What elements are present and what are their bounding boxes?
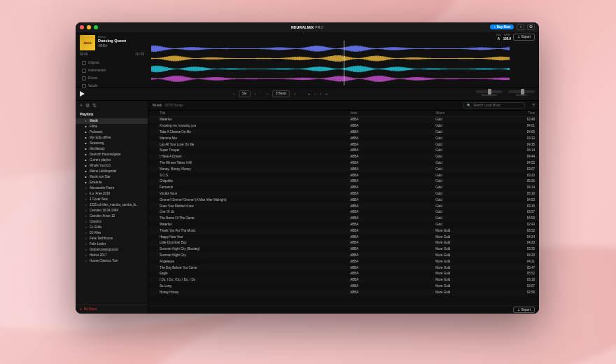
sidebar-item[interactable]: ■Filme [76,124,148,130]
sidebar-item[interactable]: ■Einkäufe [76,180,148,186]
table-row[interactable]: Happy New YearABBAMore Gold04:24 [148,234,539,240]
table-row[interactable]: ChiquititaABBAGold05:26 [148,178,539,185]
waveform-vocals[interactable] [151,75,511,83]
nav-next-bar[interactable]: ›› [326,92,328,96]
list-view-icon[interactable]: ☰ [532,103,535,107]
waveform-instrumental[interactable] [151,55,511,62]
table-row[interactable]: Money, Money, MoneyABBAGold03:07 [148,166,539,172]
col-time[interactable]: Time [512,111,535,115]
table-row[interactable]: WaterlooABBAGold02:43 [148,221,539,227]
sidebar-item[interactable]: ♪1525 cd titles_mambo_samba_la... [76,202,148,208]
sidebar-item[interactable]: ■Podcasts [76,130,148,135]
buy-now-button[interactable]: ♪ Buy Now [490,24,514,30]
sidebar-item[interactable]: ■Streaming [76,141,148,146]
sidebar-item[interactable]: ♪1 Cover Sets [76,197,148,202]
close-window-icon[interactable] [80,25,84,29]
sidebar-item[interactable]: ■Meine Lieblingstitel [76,169,148,174]
sidebar-item[interactable]: ♪Felix Lieder [76,241,148,247]
breadcrumb[interactable]: Musik [153,103,162,107]
playlist-icon: ■ [84,158,88,162]
settings-button[interactable]: ⦿ [527,24,535,30]
stem-instrumental[interactable]: Instrumental [80,67,144,75]
search-input[interactable]: 🔍 [463,102,525,109]
table-row[interactable]: FernandoABBAGold04:14 [148,185,539,191]
table-row[interactable]: I Do, I Do, I Do, I Do, I DoABBAMore Gol… [148,277,539,284]
table-row[interactable]: Little Drummer BoyABBAMore Gold04:23 [148,240,539,246]
sidebar-item[interactable]: ■My radio offline [76,135,148,141]
sidebar-item[interactable]: ■Ms.Melody [76,146,148,152]
table-row[interactable]: One Of UsABBAGold03:57 [148,209,539,216]
table-row[interactable]: I Have A DreamABBAGold04:44 [148,154,539,160]
sidebar-item[interactable]: ♪Alessandre Favre [76,186,148,191]
playlist-icon: ♪ [84,119,88,122]
sidebar-item[interactable]: ■Current playlist [76,158,148,163]
time-remaining: -01:02 [135,52,144,57]
col-artist[interactable]: Artist [350,111,435,115]
sidebar-item[interactable]: ♪Camden Xmas 12 [76,214,148,219]
fullscreen-window-icon[interactable] [94,25,98,29]
table-row[interactable]: Thank You For The MusicABBAMore Gold03:5… [148,227,539,234]
table-row[interactable]: AngeleyesABBAMore Gold04:21 [148,258,539,265]
sidebar-item[interactable]: ■Musik von Star [76,174,148,180]
playlist-sort-icon[interactable]: ⇅ [92,103,97,109]
nav-prev-bar[interactable]: ‹‹ [308,92,310,96]
table-row[interactable]: Mamma MiaABBAGold03:33 [148,135,539,141]
sidebar-item[interactable]: ■Deutsch Hausaufgabe [76,152,148,158]
playlist-icon: ♪ [84,248,88,251]
sidebar-item[interactable]: ♪House Classics Tom [76,258,148,264]
table-row[interactable]: Knowing me, knowing youABBAGold04:01 [148,123,539,130]
stem-vocals[interactable]: Vocals [80,83,144,90]
table-row[interactable]: EagleABBAMore Gold05:52 [148,271,539,277]
table-row[interactable]: S.O.S.ABBAGold03:23 [148,172,539,178]
set-label[interactable]: Set [239,90,251,97]
sidebar-my-music[interactable]: ● My Music [76,304,148,314]
table-row[interactable]: Summer Night City (Bootleg)ABBAMore Gold… [148,246,539,253]
sidebar-item[interactable]: ♪Fave Techhouse [76,236,148,241]
library-export-button[interactable]: ⤓ Export [513,307,535,314]
sidebar-item[interactable]: ♪Camden 16.04.1994 [76,208,148,214]
table-row[interactable]: Gimme! Gimme! Gimme! (A Man After Midnig… [148,197,539,203]
table-row[interactable]: Super TrouperABBAGold04:14 [148,148,539,154]
nav-next-beat[interactable]: › [320,92,321,96]
table-row[interactable]: So LongABBAMore Gold03:07 [148,283,539,289]
table-row[interactable]: The Name Of The GameABBAGold04:53 [148,216,539,222]
table-row[interactable]: WaterlooABBAGold02:48 [148,117,539,123]
table-row[interactable]: Summer Night CityABBAMore Gold04:20 [148,252,539,258]
waveform-original[interactable] [151,45,511,52]
minimize-window-icon[interactable] [87,25,91,29]
sidebar-item[interactable]: ♪Global Underground [76,247,148,253]
table-row[interactable]: Take A Chance On MeABBAGold04:05 [148,129,539,135]
table-row[interactable]: The Day Before You CameABBAMore Gold05:4… [148,265,539,271]
sidebar-item[interactable]: ♪C+ Edits [76,225,148,230]
harmonic-fader[interactable] [508,90,535,93]
sidebar-item[interactable]: ♪Classics [76,219,148,225]
deck-cover-art[interactable]: ABBA [80,35,95,50]
table-row[interactable]: Voulez-VousABBAGold05:10 [148,190,539,197]
beatmachine-fader[interactable] [476,90,503,93]
table-row[interactable]: The Winner Takes It AllABBAGold04:55 [148,160,539,166]
sidebar-item[interactable]: ♪DJ Alles [76,230,148,236]
titlebar: NEURALMIX PRO ♪ Buy Now ⇪ ⦿ [76,22,539,32]
table-row[interactable]: Lay All Your Love On MeABBAGold04:35 [148,141,539,148]
sidebar-item[interactable]: ♪Musik [76,118,148,124]
table-row[interactable]: Honey HoneyABBAMore Gold02:56 [148,289,539,295]
sidebar-item[interactable]: ♪Herbst 2017 [76,253,148,258]
playlist-settings-icon[interactable]: ⚙ [85,103,90,109]
sidebar-item[interactable]: ♪k.o. Free 2019 [76,191,148,197]
nav-prev-beat[interactable]: ‹ [314,92,316,96]
table-row[interactable]: Does Your Mother KnowABBAGold03:15 [148,203,539,209]
playlist-icon: ♪ [84,225,88,229]
export-button[interactable]: ⤓ Export [513,34,535,41]
waveform-drums[interactable] [151,65,511,73]
col-album[interactable]: Album [435,111,512,115]
col-title[interactable]: Title [160,111,350,115]
beats-selector[interactable]: 8 Beats [272,90,290,97]
share-button[interactable]: ⇪ [517,24,524,30]
sidebar-item[interactable]: ■Whole Your DJ [76,163,148,169]
stem-original[interactable]: Original [80,59,144,67]
play-button[interactable] [80,91,85,97]
add-playlist-icon[interactable]: + [80,103,83,109]
bpm-value: 100.9 [503,37,511,41]
stem-drums[interactable]: Drums [80,75,144,83]
playhead[interactable] [344,41,344,85]
